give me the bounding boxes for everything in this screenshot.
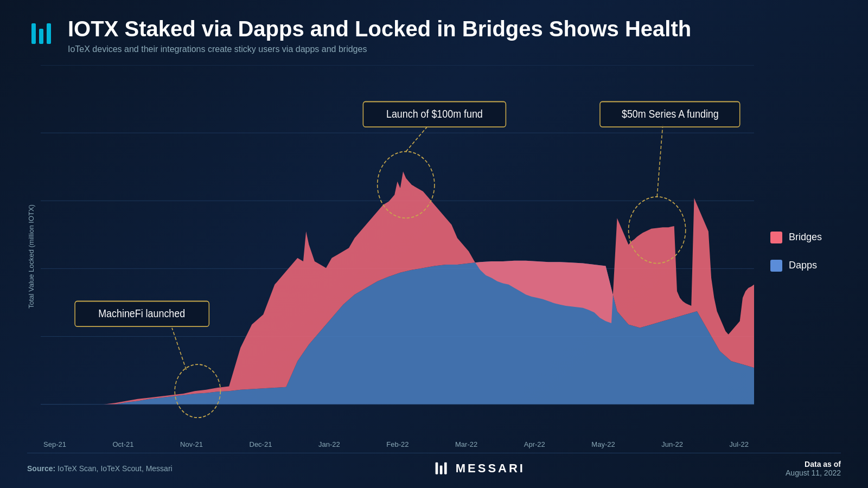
legend-label-bridges: Bridges [789,232,822,243]
chart-area: Total Value Locked (million IOTX) [27,65,841,448]
y-axis-label: Total Value Locked (million IOTX) [27,65,35,448]
svg-text:Launch of $100m fund: Launch of $100m fund [386,107,483,120]
legend-color-bridges [770,232,782,243]
source-label: Source: [27,464,55,473]
x-label-may22: May-22 [591,440,615,448]
svg-rect-28 [435,463,438,474]
x-label-nov21: Nov-21 [180,440,203,448]
messari-logo: MESSARI [433,460,525,477]
x-label-dec21: Dec-21 [250,440,272,448]
messari-icon [433,460,450,477]
data-as-of-date: August 11, 2022 [786,468,841,477]
svg-rect-29 [440,465,443,474]
svg-rect-0 [31,23,36,44]
legend-item-dapps: Dapps [770,260,841,272]
footer: Source: IoTeX Scan, IoTeX Scout, Messari… [27,453,841,477]
source-text: Source: IoTeX Scan, IoTeX Scout, Messari [27,464,173,473]
chart-svg-container: 0 50 100 150 200 250 [41,65,754,438]
svg-line-21 [406,125,429,151]
svg-rect-30 [444,463,447,474]
header: IOTX Staked via Dapps and Locked in Brid… [27,16,841,54]
page-container: IOTX Staked via Dapps and Locked in Brid… [0,0,868,488]
x-label-sep21: Sep-21 [43,440,66,448]
chart-main: 0 50 100 150 200 250 [41,65,841,448]
x-label-jan22: Jan-22 [318,440,340,448]
messari-wordmark: MESSARI [456,461,525,476]
subtitle: IoTeX devices and their integrations cre… [68,44,691,54]
svg-line-25 [657,125,663,196]
x-label-feb22: Feb-22 [386,440,409,448]
x-label-jul22: Jul-22 [730,440,749,448]
x-label-mar22: Mar-22 [455,440,477,448]
legend-color-dapps [770,260,782,272]
x-label-apr22: Apr-22 [524,440,545,448]
x-label-jun22: Jun-22 [661,440,683,448]
chart-with-legend: 0 50 100 150 200 250 [41,65,841,438]
legend: Bridges Dapps [754,65,841,438]
source-value: IoTeX Scan, IoTeX Scout, Messari [58,464,173,473]
svg-text:$50m Series A funding: $50m Series A funding [622,107,719,120]
title-block: IOTX Staked via Dapps and Locked in Brid… [68,16,691,54]
svg-rect-2 [47,23,51,44]
x-label-oct21: Oct-21 [112,440,133,448]
legend-item-bridges: Bridges [770,232,841,243]
svg-line-17 [172,328,186,370]
data-as-of-label: Data as of [786,460,841,468]
data-as-of: Data as of August 11, 2022 [786,460,841,477]
main-title: IOTX Staked via Dapps and Locked in Brid… [68,16,691,41]
legend-label-dapps: Dapps [789,260,817,271]
iotex-logo [27,19,57,51]
x-axis-labels: Sep-21 Oct-21 Nov-21 Dec-21 Jan-22 Feb-2… [41,440,841,448]
svg-text:MachineFi launched: MachineFi launched [98,307,185,320]
svg-rect-1 [39,29,43,44]
